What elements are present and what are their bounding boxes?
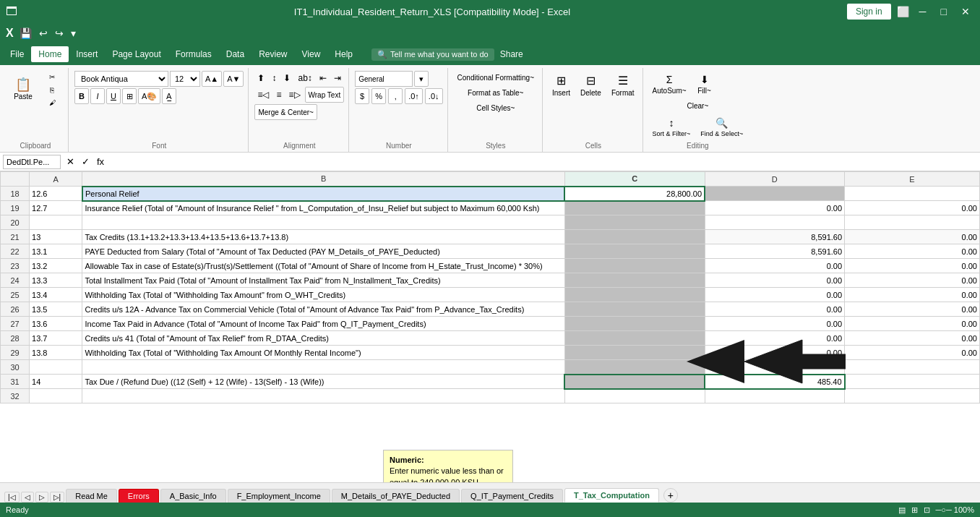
row-header-28[interactable]: 28 [1,331,30,346]
cell[interactable]: Total Installment Tax Paid (Total of "Am… [82,273,564,288]
cell[interactable]: Personal Relief [82,187,564,201]
confirm-formula-btn[interactable]: ✓ [79,156,93,167]
cell[interactable]: 0.00 [705,273,845,288]
cell[interactable]: 0.00 [705,317,845,331]
menu-insert[interactable]: Insert [69,46,105,62]
tab-q-it-payment-credits[interactable]: Q_IT_Payment_Credits [461,489,563,503]
cell[interactable] [845,389,980,403]
cell[interactable]: Allowable Tax in case of Estate(s)/Trust… [82,259,564,273]
cell[interactable] [845,375,980,389]
font-color-button[interactable]: A̲ [162,88,176,104]
format-painter-button[interactable]: 🖌 [40,97,64,108]
copy-button[interactable]: ⎘ [40,84,64,96]
cell[interactable] [564,215,705,230]
signin-button[interactable]: Sign in [847,4,891,20]
format-as-table-btn[interactable]: Format as Table~ [454,86,538,100]
row-header-22[interactable]: 22 [1,244,30,259]
name-box[interactable] [3,155,61,169]
cell[interactable]: 0.00 [845,302,980,317]
tab-last-btn[interactable]: ▷| [50,492,65,503]
number-format-dropdown[interactable]: ▾ [414,71,429,87]
row-header-30[interactable]: 30 [1,360,30,375]
accounting-btn[interactable]: $ [355,88,369,104]
cell[interactable]: 0.00 [705,259,845,273]
cell[interactable]: 14 [30,375,82,389]
cell[interactable] [564,331,705,346]
cell[interactable] [564,259,705,273]
col-header-c[interactable]: C [564,172,705,187]
cell[interactable]: 13.4 [30,288,82,302]
cell[interactable] [564,389,705,403]
cell[interactable] [82,360,564,375]
wrap-text-btn[interactable]: Wrap Text [305,87,345,103]
menu-home[interactable]: Home [31,46,69,62]
cell[interactable]: 0.00 [845,201,980,215]
indent-increase-btn[interactable]: ⇥ [331,71,344,85]
function-btn[interactable]: fx [94,156,107,167]
col-header-a[interactable]: A [30,172,82,187]
row-header-19[interactable]: 19 [1,201,30,215]
maximize-button[interactable]: □ [937,6,951,17]
formula-input[interactable] [110,158,977,166]
align-left-btn[interactable]: ≡◁ [254,87,272,102]
cell[interactable]: Credits u/s 12A - Advance Tax on Commerc… [82,302,564,317]
cell[interactable]: 0.00 [705,346,845,360]
cell[interactable]: 0.00 [705,288,845,302]
cell[interactable] [82,215,564,230]
tab-next-btn[interactable]: ▷ [35,492,48,503]
cell[interactable] [564,230,705,244]
fill-color-button[interactable]: A🎨 [138,88,160,104]
font-increase-btn[interactable]: A▲ [202,71,222,87]
align-center-btn[interactable]: ≡ [273,87,284,102]
cell[interactable]: Income Tax Paid in Advance (Total of "Am… [82,317,564,331]
cell[interactable] [564,375,705,389]
row-header-32[interactable]: 32 [1,389,30,403]
cell[interactable]: 13 [30,230,82,244]
menu-page-layout[interactable]: Page Layout [105,46,168,62]
cell[interactable]: 0.00 [705,302,845,317]
percent-btn[interactable]: % [371,88,386,104]
cell[interactable]: 13.6 [30,317,82,331]
cell[interactable] [705,389,845,403]
tab-a-basic-info[interactable]: A_Basic_Info [160,489,226,503]
share-button[interactable]: Share [494,46,529,62]
col-header-e[interactable]: E [845,172,980,187]
cell[interactable]: 28,800.00 [564,187,705,201]
cell[interactable]: 0.00 [845,273,980,288]
border-button[interactable]: ⊞ [122,88,137,104]
menu-help[interactable]: Help [327,46,360,62]
cell[interactable]: 13.3 [30,273,82,288]
bold-button[interactable]: B [74,88,89,104]
minimize-button[interactable]: ─ [915,6,931,17]
underline-button[interactable]: U [106,88,121,104]
cell[interactable]: Credits u/s 41 (Total of "Amount of Tax … [82,331,564,346]
cell-styles-btn[interactable]: Cell Styles~ [454,101,538,115]
menu-review[interactable]: Review [252,46,294,62]
cell[interactable]: 13.7 [30,331,82,346]
cell[interactable]: 0.00 [845,244,980,259]
cell[interactable] [82,389,564,403]
cell[interactable] [564,302,705,317]
cell[interactable]: 12.7 [30,201,82,215]
close-button[interactable]: ✕ [957,6,974,17]
cell[interactable] [705,187,845,201]
cell[interactable]: 0.00 [705,331,845,346]
cell[interactable] [30,389,82,403]
text-direction-btn[interactable]: ab↕ [295,71,314,85]
row-header-21[interactable]: 21 [1,230,30,244]
cancel-formula-btn[interactable]: ✕ [64,156,77,167]
insert-btn[interactable]: ⊞ Insert [549,71,574,100]
cell[interactable]: 12.6 [30,187,82,201]
cell[interactable]: 0.00 [845,317,980,331]
sort-filter-btn[interactable]: ↕ Sort & Filter~ [649,114,695,140]
cell[interactable]: 13.8 [30,346,82,360]
tab-m-details-paye[interactable]: M_Details_of_PAYE_Deducted [332,489,460,503]
format-btn[interactable]: ☰ Format [608,71,638,100]
cell[interactable]: 8,591.60 [705,244,845,259]
align-top-btn[interactable]: ⬆ [254,71,267,85]
fill-btn[interactable]: ⬇ Fill~ [693,71,716,98]
cell[interactable]: Tax Due / (Refund Due) ((12 (Self) + 12 … [82,375,564,389]
align-right-btn[interactable]: ≡▷ [286,87,304,102]
autosum-btn[interactable]: Σ AutoSum~ [649,71,690,98]
menu-data[interactable]: Data [219,46,252,62]
